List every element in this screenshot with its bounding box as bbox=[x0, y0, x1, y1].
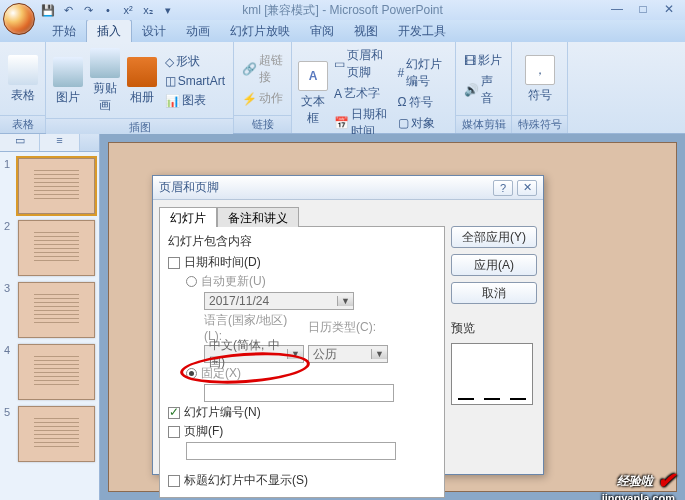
dialog-right: 全部应用(Y) 应用(A) 取消 预览 bbox=[451, 206, 537, 468]
link-icon: 🔗 bbox=[242, 62, 257, 76]
office-button[interactable] bbox=[3, 3, 35, 35]
group-text: A文本框 ▭页眉和页脚 A艺术字 📅日期和时间 #幻灯片编号 Ω符号 ▢对象 文… bbox=[292, 42, 456, 133]
table-label: 表格 bbox=[11, 87, 35, 104]
slidenum-checkbox[interactable] bbox=[168, 407, 180, 419]
not-title-checkbox[interactable] bbox=[168, 475, 180, 487]
lang-combo[interactable]: 中文(简体, 中国)▼ bbox=[204, 345, 304, 363]
fixed-radio[interactable] bbox=[186, 368, 197, 379]
table-icon bbox=[8, 55, 38, 85]
album-button[interactable]: 相册 bbox=[126, 55, 159, 108]
date-combo[interactable]: 2017/11/24▼ bbox=[204, 292, 354, 310]
group-label-media: 媒体剪辑 bbox=[456, 115, 511, 133]
group-illustrations: 图片 剪贴画 相册 ◇形状 ◫SmartArt 📊图表 插图 bbox=[46, 42, 234, 133]
tab-slideshow[interactable]: 幻灯片放映 bbox=[220, 20, 300, 42]
thumbs-tab-slides[interactable]: ▭ bbox=[0, 134, 40, 151]
group-media: 🎞影片 🔊声音 媒体剪辑 bbox=[456, 42, 512, 133]
sound-button[interactable]: 🔊声音 bbox=[462, 72, 505, 108]
tab-view[interactable]: 视图 bbox=[344, 20, 388, 42]
clipart-button[interactable]: 剪贴画 bbox=[89, 46, 122, 116]
shapes-button[interactable]: ◇形状 bbox=[163, 52, 227, 71]
app-window: kml [兼容模式] - Microsoft PowerPoint — □ ✕ … bbox=[0, 0, 685, 500]
header-footer-icon: ▭ bbox=[334, 57, 345, 71]
group-label-tables: 表格 bbox=[0, 115, 45, 133]
table-button[interactable]: 表格 bbox=[6, 53, 39, 106]
special-symbol-button[interactable]: ，符号 bbox=[518, 53, 561, 106]
redo-icon[interactable]: ↷ bbox=[80, 3, 96, 17]
apply-button[interactable]: 应用(A) bbox=[451, 254, 537, 276]
contains-label: 幻灯片包含内容 bbox=[168, 233, 436, 250]
window-title: kml [兼容模式] - Microsoft PowerPoint bbox=[242, 2, 443, 19]
slide-thumb-4[interactable]: 4 bbox=[4, 344, 95, 400]
tab-animations[interactable]: 动画 bbox=[176, 20, 220, 42]
number-icon: # bbox=[398, 66, 405, 80]
dialog-panel: 幻灯片包含内容 日期和时间(D) 自动更新(U) 2017/11/24▼ 语言(… bbox=[159, 226, 445, 498]
group-symbols: ，符号 特殊符号 bbox=[512, 42, 568, 133]
qat-item-icon[interactable]: • bbox=[100, 3, 116, 17]
tab-developer[interactable]: 开发工具 bbox=[388, 20, 456, 42]
group-tables: 表格 表格 bbox=[0, 42, 46, 133]
date-icon: 📅 bbox=[334, 116, 349, 130]
slide-thumb-1[interactable]: 1 bbox=[4, 158, 95, 214]
picture-button[interactable]: 图片 bbox=[52, 55, 85, 108]
chevron-down-icon: ▼ bbox=[371, 349, 387, 359]
header-footer-dialog: 页眉和页脚 ? ✕ 幻灯片 备注和讲义 幻灯片包含内容 日期和时间(D) 自动更… bbox=[152, 175, 544, 475]
footer-checkbox[interactable] bbox=[168, 426, 180, 438]
slide-thumbnails: ▭ ≡ 1 2 3 4 5 bbox=[0, 134, 100, 500]
maximize-button[interactable]: □ bbox=[633, 2, 653, 16]
dialog-help-button[interactable]: ? bbox=[493, 180, 513, 196]
fixed-label: 固定(X) bbox=[201, 365, 241, 382]
tab-insert[interactable]: 插入 bbox=[86, 19, 132, 42]
preview-box bbox=[451, 343, 533, 405]
header-footer-button[interactable]: ▭页眉和页脚 bbox=[332, 46, 392, 82]
ribbon-tabs: 开始 插入 设计 动画 幻灯片放映 审阅 视图 开发工具 bbox=[0, 20, 685, 42]
autoupdate-radio[interactable] bbox=[186, 276, 197, 287]
slide-thumb-3[interactable]: 3 bbox=[4, 282, 95, 338]
datetime-checkbox[interactable] bbox=[168, 257, 180, 269]
tab-design[interactable]: 设计 bbox=[132, 20, 176, 42]
footer-input[interactable] bbox=[186, 442, 396, 460]
dialog-title-bar[interactable]: 页眉和页脚 ? ✕ bbox=[153, 176, 543, 200]
dialog-tab-notes[interactable]: 备注和讲义 bbox=[217, 207, 299, 227]
symbol-icon: ， bbox=[525, 55, 555, 85]
dialog-close-button[interactable]: ✕ bbox=[517, 180, 537, 196]
tab-home[interactable]: 开始 bbox=[42, 20, 86, 42]
thumbs-tab-outline[interactable]: ≡ bbox=[40, 134, 80, 151]
qat-item-icon[interactable]: x² bbox=[120, 3, 136, 17]
watermark-text: 经验啦 bbox=[617, 473, 653, 490]
qat-dropdown-icon[interactable]: ▾ bbox=[160, 3, 176, 17]
window-controls: — □ ✕ bbox=[607, 2, 679, 16]
not-title-label: 标题幻灯片中不显示(S) bbox=[184, 472, 308, 489]
smartart-icon: ◫ bbox=[165, 74, 176, 88]
textbox-button[interactable]: A文本框 bbox=[298, 59, 328, 129]
dialog-body: 幻灯片 备注和讲义 幻灯片包含内容 日期和时间(D) 自动更新(U) 2017/… bbox=[153, 200, 543, 474]
object-button[interactable]: ▢对象 bbox=[396, 114, 449, 133]
dialog-title: 页眉和页脚 bbox=[159, 179, 219, 196]
watermark: 经验啦 ✔ jingyanla.com bbox=[617, 468, 675, 494]
symbol-button[interactable]: Ω符号 bbox=[396, 93, 449, 112]
fixed-input[interactable] bbox=[204, 384, 394, 402]
minimize-button[interactable]: — bbox=[607, 2, 627, 16]
wordart-button[interactable]: A艺术字 bbox=[332, 84, 392, 103]
dialog-tab-slide[interactable]: 幻灯片 bbox=[159, 207, 217, 227]
qat-item-icon[interactable]: x₂ bbox=[140, 3, 156, 17]
group-links: 🔗超链接 ⚡动作 链接 bbox=[234, 42, 292, 133]
slidenum-button[interactable]: #幻灯片编号 bbox=[396, 55, 449, 91]
chevron-down-icon: ▼ bbox=[337, 296, 353, 306]
smartart-button[interactable]: ◫SmartArt bbox=[163, 73, 227, 89]
cancel-button[interactable]: 取消 bbox=[451, 282, 537, 304]
cal-label: 日历类型(C): bbox=[308, 319, 388, 336]
close-button[interactable]: ✕ bbox=[659, 2, 679, 16]
movie-button[interactable]: 🎞影片 bbox=[462, 51, 505, 70]
movie-icon: 🎞 bbox=[464, 54, 476, 68]
preview-label: 预览 bbox=[451, 320, 537, 337]
slide-thumb-2[interactable]: 2 bbox=[4, 220, 95, 276]
action-button[interactable]: ⚡动作 bbox=[240, 89, 285, 108]
save-icon[interactable]: 💾 bbox=[40, 3, 56, 17]
chart-button[interactable]: 📊图表 bbox=[163, 91, 227, 110]
apply-all-button[interactable]: 全部应用(Y) bbox=[451, 226, 537, 248]
calendar-combo[interactable]: 公历▼ bbox=[308, 345, 388, 363]
undo-icon[interactable]: ↶ bbox=[60, 3, 76, 17]
hyperlink-button[interactable]: 🔗超链接 bbox=[240, 51, 285, 87]
slide-thumb-5[interactable]: 5 bbox=[4, 406, 95, 462]
tab-review[interactable]: 审阅 bbox=[300, 20, 344, 42]
